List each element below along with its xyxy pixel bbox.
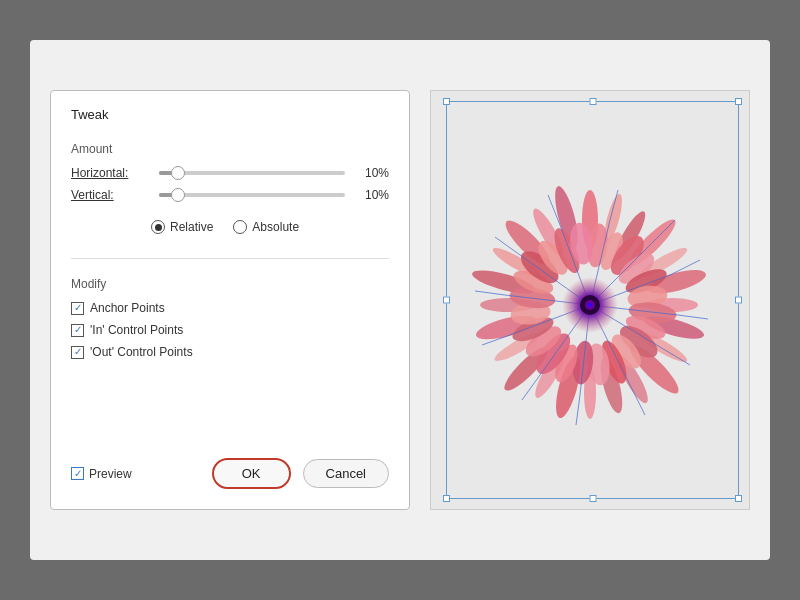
out-control-points-checkbox[interactable]: [71, 346, 84, 359]
dialog-footer: Preview OK Cancel: [71, 438, 389, 489]
svg-line-65: [475, 291, 505, 295]
radio-group: Relative Absolute: [151, 220, 389, 234]
anchor-points-checkbox-row[interactable]: Anchor Points: [71, 301, 389, 315]
tweak-dialog: Tweak Amount Horizontal: 10% Vertical: 1…: [50, 90, 410, 510]
preview-checkbox-row[interactable]: Preview: [71, 467, 132, 481]
vertical-slider-row: Vertical: 10%: [71, 188, 389, 202]
svg-point-75: [588, 303, 592, 307]
handle-tl[interactable]: [443, 98, 450, 105]
horizontal-label: Horizontal:: [71, 166, 151, 180]
ok-button[interactable]: OK: [212, 458, 291, 489]
outer-container: Tweak Amount Horizontal: 10% Vertical: 1…: [30, 40, 770, 560]
horizontal-slider[interactable]: [159, 171, 345, 175]
relative-label: Relative: [170, 220, 213, 234]
handle-br[interactable]: [735, 495, 742, 502]
modify-label: Modify: [71, 277, 389, 291]
divider: [71, 258, 389, 259]
horizontal-thumb[interactable]: [171, 166, 185, 180]
svg-line-71: [678, 315, 708, 319]
relative-radio-circle: [151, 220, 165, 234]
handle-tr[interactable]: [735, 98, 742, 105]
handle-bl[interactable]: [443, 495, 450, 502]
in-control-points-checkbox[interactable]: [71, 324, 84, 337]
vertical-value: 10%: [353, 188, 389, 202]
preview-label: Preview: [89, 467, 132, 481]
vertical-label: Vertical:: [71, 188, 151, 202]
canvas-area: [430, 90, 750, 510]
vertical-thumb[interactable]: [171, 188, 185, 202]
in-control-points-checkbox-row[interactable]: 'In' Control Points: [71, 323, 389, 337]
relative-radio[interactable]: Relative: [151, 220, 213, 234]
preview-checkbox[interactable]: [71, 467, 84, 480]
dialog-title: Tweak: [71, 107, 389, 122]
absolute-label: Absolute: [252, 220, 299, 234]
handle-bm[interactable]: [589, 495, 596, 502]
absolute-radio-circle: [233, 220, 247, 234]
absolute-radio[interactable]: Absolute: [233, 220, 299, 234]
flower-image: [440, 150, 740, 450]
modify-section: Anchor Points 'In' Control Points 'Out' …: [71, 301, 389, 367]
in-control-points-label: 'In' Control Points: [90, 323, 183, 337]
out-control-points-checkbox-row[interactable]: 'Out' Control Points: [71, 345, 389, 359]
anchor-points-checkbox[interactable]: [71, 302, 84, 315]
cancel-button[interactable]: Cancel: [303, 459, 389, 488]
anchor-points-label: Anchor Points: [90, 301, 165, 315]
handle-tm[interactable]: [589, 98, 596, 105]
vertical-slider[interactable]: [159, 193, 345, 197]
horizontal-slider-row: Horizontal: 10%: [71, 166, 389, 180]
horizontal-value: 10%: [353, 166, 389, 180]
svg-line-68: [576, 395, 580, 425]
amount-label: Amount: [71, 142, 389, 156]
out-control-points-label: 'Out' Control Points: [90, 345, 193, 359]
